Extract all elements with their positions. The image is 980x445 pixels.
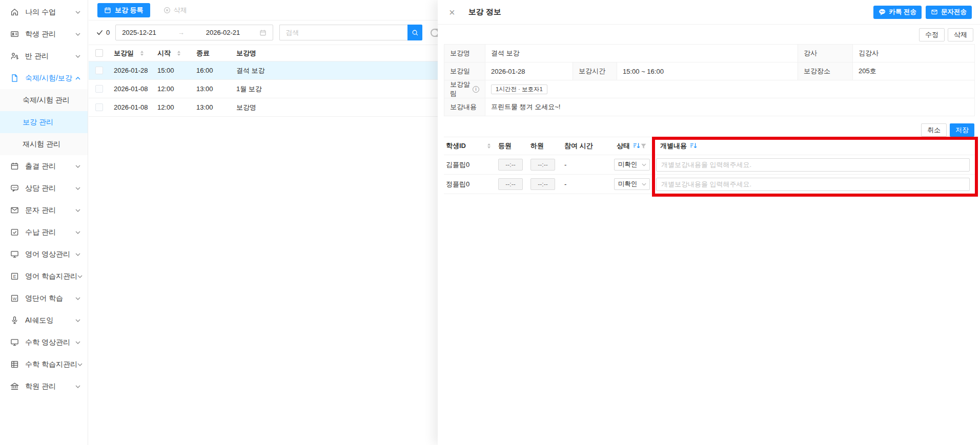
edit-button[interactable]: 수정	[919, 28, 945, 41]
individual-note-input[interactable]	[656, 158, 970, 172]
sidebar-item-math-worksheet[interactable]: 수학 학습지관리	[0, 353, 88, 375]
mail-icon	[931, 9, 938, 15]
sidebar-item-academy[interactable]: 학원 관리	[0, 375, 88, 397]
register-makeup-button[interactable]: 보강 등록	[97, 3, 150, 17]
teacher-value: 김강사	[859, 49, 879, 58]
chevron-down-icon	[77, 363, 83, 366]
doc-w-icon: W	[10, 294, 19, 303]
close-icon[interactable]: ×	[449, 7, 455, 17]
sidebar-item-label: 문자 관리	[25, 206, 56, 215]
sidebar-item-classes[interactable]: 반 관리	[0, 45, 88, 67]
column-header-leave: 하원	[527, 141, 560, 151]
individual-note-input[interactable]	[656, 178, 970, 191]
delete-button-disabled[interactable]: 삭제	[164, 6, 187, 15]
teacher-label: 강사	[804, 49, 817, 58]
chevron-down-icon	[75, 33, 80, 36]
cell-date: 2026-01-28	[114, 67, 148, 74]
column-header-note[interactable]: 개별내용	[651, 141, 975, 151]
cancel-button[interactable]: 취소	[921, 123, 947, 137]
save-action-buttons: 취소 저장	[921, 123, 974, 137]
column-header-status[interactable]: 상태	[611, 141, 651, 151]
sidebar-item-sms[interactable]: 문자 관리	[0, 199, 88, 221]
selected-count-value: 0	[106, 29, 110, 36]
delete-detail-button[interactable]: 삭제	[948, 28, 973, 41]
svg-text:TALK: TALK	[880, 11, 884, 13]
sort-icon[interactable]	[633, 142, 641, 150]
date-range-input[interactable]: 2025-12-21 → 2026-02-21	[115, 25, 273, 40]
time-label: 보강시간	[579, 67, 605, 76]
monitor-icon	[10, 250, 19, 259]
sidebar-item-attendance[interactable]: 출결 관리	[0, 155, 88, 177]
sidebar-item-label: 출결 관리	[25, 162, 56, 171]
chevron-down-icon	[75, 253, 80, 256]
save-button[interactable]: 저장	[950, 123, 974, 137]
sidebar-item-counsel[interactable]: 상담 관리	[0, 177, 88, 199]
sidebar-item-homework-exam-makeup[interactable]: 숙제/시험/보강	[0, 67, 88, 89]
status-select[interactable]: 미확인	[614, 159, 650, 171]
sidebar: 나의 수업 학생 관리 반 관리 숙제/시험/보강 숙제/시험 관리 보강 관리…	[0, 0, 88, 445]
sidebar-item-label: 반 관리	[25, 52, 49, 61]
place-label: 보강장소	[804, 67, 830, 76]
search-button[interactable]	[407, 25, 422, 40]
sidebar-item-students[interactable]: 학생 관리	[0, 23, 88, 45]
status-select[interactable]: 미확인	[614, 178, 650, 190]
document-icon	[10, 74, 19, 82]
sidebar-item-english-worksheet[interactable]: E 영어 학습지관리	[0, 265, 88, 287]
sidebar-item-my-class[interactable]: 나의 수업	[0, 1, 88, 23]
chevron-down-icon	[75, 341, 80, 344]
sort-icon[interactable]	[690, 142, 698, 150]
bank-icon	[10, 382, 19, 391]
sidebar-item-label: 수학 학습지관리	[25, 360, 77, 369]
search-input[interactable]	[279, 25, 407, 40]
chevron-down-icon	[75, 385, 80, 388]
row-checkbox[interactable]	[95, 103, 103, 111]
class-key-icon	[10, 52, 19, 60]
sidebar-item-math-video[interactable]: 수학 영상관리	[0, 331, 88, 353]
sidebar-item-label: 수학 영상관리	[25, 338, 70, 347]
column-header-start[interactable]: 시작	[157, 49, 196, 58]
row-checkbox[interactable]	[95, 67, 103, 74]
sms-send-button[interactable]: 문자전송	[926, 6, 972, 19]
delete-label: 삭제	[174, 6, 187, 15]
sidebar-item-english-video[interactable]: 영어 영상관리	[0, 243, 88, 265]
sidebar-item-payments[interactable]: 수납 관리	[0, 221, 88, 243]
makeup-detail-panel: × 보강 정보 TALK 카톡 전송 문자전송 수정 삭제 보강명 결석 보강	[438, 0, 980, 445]
cell-name: 보강명	[236, 103, 256, 111]
column-header-student-id[interactable]: 학생ID	[444, 141, 493, 151]
arrow-right-icon: →	[178, 29, 185, 36]
kakao-send-button[interactable]: TALK 카톡 전송	[873, 6, 922, 19]
grid-doc-icon	[10, 360, 19, 369]
chevron-down-icon	[642, 183, 646, 186]
sms-send-label: 문자전송	[941, 8, 967, 16]
toggle-knob	[432, 30, 438, 36]
cell-end: 16:00	[196, 67, 213, 74]
sidebar-subitem-label: 재시험 관리	[23, 140, 60, 149]
sidebar-subitem-makeup[interactable]: 보강 관리	[0, 111, 88, 133]
arrive-time-input	[498, 178, 523, 190]
header-checkbox[interactable]	[95, 49, 103, 57]
sidebar-item-vocabulary[interactable]: W 영단어 학습	[0, 287, 88, 309]
column-header-date[interactable]: 보강일	[114, 49, 157, 58]
sidebar-item-ai-shadowing[interactable]: AI쉐도잉	[0, 309, 88, 331]
kakao-send-label: 카톡 전송	[889, 8, 916, 16]
cell-name: 1월 보강	[236, 85, 262, 93]
leave-time-input	[530, 178, 555, 190]
column-header-time: 참여 시간	[560, 141, 611, 151]
participation-time: -	[564, 180, 566, 188]
sidebar-item-label: 나의 수업	[25, 8, 56, 17]
student-id: 김플립0	[446, 160, 469, 169]
detail-row-name: 보강명 결석 보강 강사 김강사	[444, 45, 975, 62]
sidebar-item-label: 학원 관리	[25, 382, 56, 391]
filter-icon[interactable]	[641, 143, 646, 149]
sidebar-subitem-retest[interactable]: 재시험 관리	[0, 133, 88, 155]
app-root: 나의 수업 학생 관리 반 관리 숙제/시험/보강 숙제/시험 관리 보강 관리…	[0, 0, 980, 445]
chevron-down-icon	[75, 165, 80, 168]
svg-text:E: E	[13, 274, 16, 279]
sidebar-subitem-homework-exam[interactable]: 숙제/시험 관리	[0, 89, 88, 111]
student-table-header: 학생ID 등원 하원 참여 시간 상태 개별내용	[444, 137, 975, 155]
date-value: 2026-01-28	[491, 68, 525, 75]
row-checkbox[interactable]	[95, 85, 103, 93]
cell-name: 결석 보강	[236, 67, 265, 74]
cell-date: 2026-01-08	[114, 103, 148, 111]
place-value: 205호	[859, 67, 876, 76]
